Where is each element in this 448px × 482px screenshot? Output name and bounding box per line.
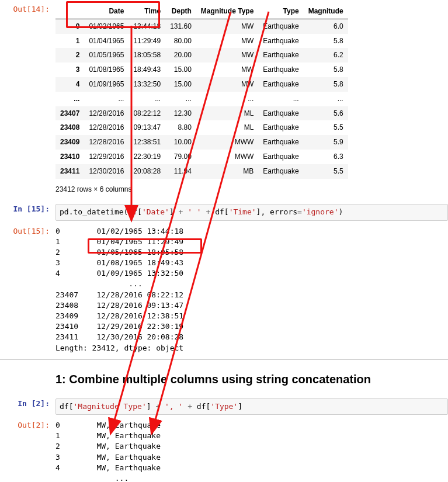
cell: Earthquake	[258, 150, 303, 164]
col-date: Date	[84, 4, 129, 19]
col-time: Time	[129, 4, 165, 19]
table-row: 401/09/196513:32:5015.00MWEarthquake5.8	[55, 77, 348, 92]
cell: MW	[196, 63, 258, 77]
cell: 01/05/1965	[84, 48, 129, 63]
table-row: 2340712/28/201608:22:1212.30MLEarthquake…	[55, 106, 348, 121]
cell: MWW	[196, 150, 258, 164]
table-row: 2341112/30/201620:08:2811.94MBEarthquake…	[55, 164, 348, 179]
code-input-15[interactable]: pd.to_datetime(df['Date'] + ' ' + df['Ti…	[55, 204, 448, 220]
cell: Earthquake	[258, 63, 303, 77]
row-index: 23410	[55, 150, 84, 164]
cell: 18:49:43	[129, 63, 165, 77]
table-row: 2340812/28/201609:13:478.80MLEarthquake5…	[55, 120, 348, 135]
cell: Earthquake	[258, 164, 303, 179]
col-type: Type	[258, 4, 303, 19]
cell-out-15: Out[15]: 0 01/02/1965 13:44:18 1 01/04/1…	[0, 222, 448, 355]
table-row: 2341012/29/201622:30:1979.00MWWEarthquak…	[55, 150, 348, 164]
cell-out-2: Out[2]: 0 MW, Earthquake 1 MW, Earthquak…	[0, 416, 448, 482]
cell: 8.80	[165, 120, 196, 135]
cell: 13:44:18	[129, 19, 165, 33]
cell: 22:30:19	[129, 150, 165, 164]
cell: ...	[84, 92, 129, 106]
table-row: 201/05/196518:05:5820.00MWEarthquake6.2	[55, 48, 348, 63]
cell: 15.00	[165, 77, 196, 92]
cell: 01/04/1965	[84, 34, 129, 48]
cell: Earthquake	[258, 19, 303, 33]
table-row: 301/08/196518:49:4315.00MWEarthquake5.8	[55, 63, 348, 77]
cell: 10.00	[165, 135, 196, 150]
cell: ...	[165, 92, 196, 106]
cell: Earthquake	[258, 34, 303, 48]
cell: Earthquake	[258, 120, 303, 135]
cell: 13:32:50	[129, 77, 165, 92]
row-index: 23408	[55, 120, 84, 135]
cell-in-2: In [2]: df['Magnitude Type'] + ', ' + df…	[0, 394, 448, 416]
cell-in-15: In [15]: pd.to_datetime(df['Date'] + ' '…	[0, 200, 448, 221]
cell: 6.0	[304, 19, 348, 33]
cell: 5.8	[304, 63, 348, 77]
cell-out-14: Out[14]: Date Time Depth Magnitude Type …	[0, 0, 448, 200]
cell: 5.5	[304, 164, 348, 179]
divider	[0, 359, 448, 360]
cell-out-2-content: 0 MW, Earthquake 1 MW, Earthquake 2 MW, …	[55, 418, 448, 482]
col-index	[55, 4, 84, 19]
cell: MWW	[196, 135, 258, 150]
cell: 5.5	[304, 120, 348, 135]
table-header-row: Date Time Depth Magnitude Type Type Magn…	[55, 4, 348, 19]
cell: 12.30	[165, 106, 196, 121]
cell-in-2-content: df['Magnitude Type'] + ', ' + df['Type']	[55, 396, 448, 415]
cell: 80.00	[165, 34, 196, 48]
cell: MB	[196, 164, 258, 179]
cell: 12/30/2016	[84, 164, 129, 179]
cell: ...	[304, 92, 348, 106]
cell: MW	[196, 48, 258, 63]
row-index: 0	[55, 19, 84, 33]
code-input-2[interactable]: df['Magnitude Type'] + ', ' + df['Type']	[55, 398, 448, 415]
cell: 08:22:12	[129, 106, 165, 121]
cell: 15.00	[165, 63, 196, 77]
section-heading-1: 1: Combine multiple columns using string…	[55, 373, 448, 386]
cell: Earthquake	[258, 106, 303, 121]
cell: MW	[196, 77, 258, 92]
series-output-2: 0 MW, Earthquake 1 MW, Earthquake 2 MW, …	[55, 420, 448, 482]
row-index: 23411	[55, 164, 84, 179]
cell: 6.3	[304, 150, 348, 164]
cell: 01/08/1965	[84, 63, 129, 77]
cell: 5.8	[304, 77, 348, 92]
table-row: 101/04/196511:29:4980.00MWEarthquake5.8	[55, 34, 348, 48]
row-index: 23409	[55, 135, 84, 150]
out-prompt-15: Out[15]:	[0, 224, 55, 353]
table-row: .....................	[55, 92, 348, 106]
out-prompt-14: Out[14]:	[0, 2, 55, 199]
cell: MW	[196, 19, 258, 33]
row-index: 4	[55, 77, 84, 92]
series-output-15: 0 01/02/1965 13:44:18 1 01/04/1965 11:29…	[55, 226, 448, 353]
table-row: 001/02/196513:44:18131.60MWEarthquake6.0	[55, 19, 348, 33]
row-index: 3	[55, 63, 84, 77]
dataframe-table[interactable]: Date Time Depth Magnitude Type Type Magn…	[55, 4, 348, 179]
in-prompt-15: In [15]:	[0, 202, 55, 220]
out-prompt-2: Out[2]:	[0, 418, 55, 482]
row-index: ...	[55, 92, 84, 106]
cell: 131.60	[165, 19, 196, 33]
cell: 6.2	[304, 48, 348, 63]
cell: MW	[196, 34, 258, 48]
cell: ML	[196, 106, 258, 121]
cell: 12:38:51	[129, 135, 165, 150]
cell: 5.6	[304, 106, 348, 121]
cell: 12/28/2016	[84, 135, 129, 150]
col-magtype: Magnitude Type	[196, 4, 258, 19]
cell: 79.00	[165, 150, 196, 164]
cell-in-15-content: pd.to_datetime(df['Date'] + ' ' + df['Ti…	[55, 202, 448, 220]
cell: 12/28/2016	[84, 120, 129, 135]
cell: Earthquake	[258, 77, 303, 92]
cell: 20.00	[165, 48, 196, 63]
cell: 11:29:49	[129, 34, 165, 48]
cell: Earthquake	[258, 48, 303, 63]
cell: ...	[258, 92, 303, 106]
in-prompt-2: In [2]:	[0, 396, 55, 415]
cell: 11.94	[165, 164, 196, 179]
col-depth: Depth	[165, 4, 196, 19]
cell: 01/09/1965	[84, 77, 129, 92]
cell: 09:13:47	[129, 120, 165, 135]
